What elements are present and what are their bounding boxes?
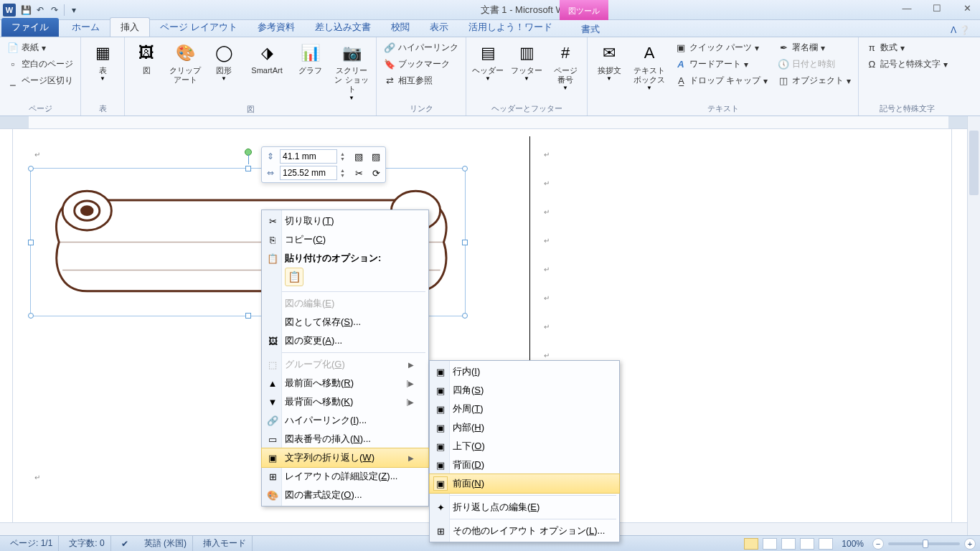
ctx-send-to-back[interactable]: ▼最背面へ移動(K)|▶ bbox=[262, 392, 428, 411]
resize-handle-w[interactable] bbox=[28, 240, 34, 245]
crossref-button[interactable]: ⇄相互参照 bbox=[381, 73, 461, 88]
chart-button[interactable]: 📊グラフ bbox=[293, 40, 327, 77]
tab-mailings[interactable]: 差し込み文書 bbox=[305, 18, 381, 37]
status-word-count[interactable]: 文字数: 0 bbox=[63, 536, 110, 551]
resize-handle-se[interactable] bbox=[462, 313, 468, 319]
header-button[interactable]: ▤ヘッダー▼ bbox=[471, 40, 505, 83]
tab-page-layout[interactable]: ページ レイアウト bbox=[150, 18, 248, 37]
horizontal-ruler[interactable] bbox=[0, 116, 980, 129]
qat-undo-icon[interactable]: ↶ bbox=[33, 3, 47, 17]
view-draft[interactable] bbox=[819, 538, 833, 550]
datetime-button[interactable]: 🕔日付と時刻 bbox=[775, 57, 854, 72]
status-language[interactable]: 英語 (米国) bbox=[138, 536, 193, 551]
resize-handle-nw[interactable] bbox=[28, 166, 34, 171]
ctx-cut[interactable]: ✂切り取り(T) bbox=[262, 212, 428, 230]
close-button[interactable]: ✕ bbox=[958, 3, 976, 14]
view-print-layout[interactable] bbox=[744, 538, 758, 550]
resize-handle-ne[interactable] bbox=[462, 166, 468, 171]
tab-home[interactable]: ホーム bbox=[62, 18, 110, 37]
signature-line-button[interactable]: ✒署名欄 ▾ bbox=[775, 40, 854, 55]
textbox-button[interactable]: Aテキスト ボックス▼ bbox=[631, 40, 668, 93]
tab-file[interactable]: ファイル bbox=[1, 18, 59, 37]
tab-format[interactable]: 書式 bbox=[571, 20, 610, 39]
tab-insert[interactable]: 挿入 bbox=[110, 17, 150, 37]
resize-handle-sw[interactable] bbox=[28, 313, 34, 319]
height-input[interactable] bbox=[280, 149, 337, 164]
greeting-button[interactable]: ✉挨拶文▼ bbox=[592, 40, 626, 83]
ctx-change-picture[interactable]: 🖼図の変更(A)... bbox=[262, 331, 428, 350]
zoom-in-button[interactable]: + bbox=[964, 538, 976, 550]
ctx-format-picture[interactable]: 🎨図の書式設定(O)... bbox=[262, 486, 428, 504]
ctx-bring-to-front[interactable]: ▲最前面へ移動(R)|▶ bbox=[262, 374, 428, 392]
zoom-out-button[interactable]: − bbox=[872, 538, 884, 550]
scrollbar-thumb[interactable] bbox=[969, 131, 979, 195]
ctx-copy[interactable]: ⎘コピー(C) bbox=[262, 230, 428, 249]
qat-save-icon[interactable]: 💾 bbox=[19, 3, 33, 17]
wrap-in-front-of-text[interactable]: ▣前面(N) bbox=[430, 474, 619, 493]
ctx-hyperlink[interactable]: 🔗ハイパーリンク(I)... bbox=[262, 411, 428, 430]
view-outline[interactable] bbox=[800, 538, 814, 550]
blank-page-button[interactable]: ▫空白のページ bbox=[4, 57, 76, 72]
wrap-square[interactable]: ▣四角(S) bbox=[430, 381, 619, 400]
picture-button[interactable]: 🖼図 bbox=[129, 40, 164, 77]
screenshot-button[interactable]: 📷スクリーン ショット▼ bbox=[331, 40, 372, 103]
height-spinner[interactable]: ▲▼ bbox=[340, 151, 349, 161]
dropcap-button[interactable]: A̲ドロップ キャップ ▾ bbox=[672, 73, 771, 88]
ctx-save-as-picture[interactable]: 図として保存(S)... bbox=[262, 313, 428, 331]
minimize-button[interactable]: — bbox=[898, 3, 915, 14]
wordart-button[interactable]: Aワードアート ▾ bbox=[672, 57, 771, 72]
zoom-percent[interactable]: 100% bbox=[842, 539, 864, 549]
resize-handle-n[interactable] bbox=[245, 166, 251, 171]
width-input[interactable] bbox=[280, 166, 337, 180]
wrap-edit-points[interactable]: ✦折り返し点の編集(E) bbox=[430, 498, 619, 517]
ctx-insert-caption[interactable]: ▭図表番号の挿入(N)... bbox=[262, 430, 428, 448]
ctx-more-layout-options[interactable]: ⊞レイアウトの詳細設定(Z)... bbox=[262, 467, 428, 486]
cover-page-button[interactable]: 📄表紙 ▾ bbox=[4, 40, 76, 55]
status-page[interactable]: ページ: 1/1 bbox=[4, 536, 59, 551]
quickparts-button[interactable]: ▣クイック パーツ ▾ bbox=[672, 40, 771, 55]
rotate-icon[interactable]: ⟳ bbox=[369, 166, 383, 180]
help-icon[interactable]: ❔ bbox=[959, 25, 970, 35]
footer-button[interactable]: ▥フッター▼ bbox=[509, 40, 544, 83]
maximize-button[interactable]: ☐ bbox=[928, 3, 946, 14]
resize-handle-e[interactable] bbox=[462, 240, 468, 245]
status-insert-mode[interactable]: 挿入モード bbox=[197, 536, 253, 551]
wrap-through[interactable]: ▣内部(H) bbox=[430, 418, 619, 437]
tab-review[interactable]: 校閲 bbox=[381, 18, 420, 37]
status-spellcheck-icon[interactable]: ✔ bbox=[116, 536, 134, 551]
wrap-inline[interactable]: ▣行内(I) bbox=[430, 362, 619, 381]
qat-customize-icon[interactable]: ▾ bbox=[67, 3, 81, 17]
object-button[interactable]: ◫オブジェクト ▾ bbox=[775, 73, 854, 88]
smartart-button[interactable]: ⬗SmartArt bbox=[245, 40, 288, 77]
tab-references[interactable]: 参考資料 bbox=[248, 18, 305, 37]
page-number-button[interactable]: #ページ 番号▼ bbox=[548, 40, 583, 93]
zoom-slider-knob[interactable] bbox=[923, 540, 928, 548]
tab-use[interactable]: 活用しよう！ワード bbox=[458, 18, 562, 37]
view-full-screen[interactable] bbox=[763, 538, 777, 550]
ctx-text-wrapping[interactable]: ▣文字列の折り返し(W)▶ bbox=[262, 448, 428, 467]
resize-handle-s[interactable] bbox=[245, 313, 251, 319]
qat-redo-icon[interactable]: ↷ bbox=[47, 3, 62, 17]
bring-forward-icon[interactable]: ▧ bbox=[352, 149, 366, 164]
tab-view[interactable]: 表示 bbox=[420, 18, 458, 37]
width-spinner[interactable]: ▲▼ bbox=[340, 168, 349, 178]
wrap-behind-text[interactable]: ▣背面(D) bbox=[430, 456, 619, 474]
shapes-button[interactable]: ◯図形▼ bbox=[207, 40, 241, 83]
vertical-scrollbar[interactable] bbox=[967, 116, 980, 535]
wrap-top-bottom[interactable]: ▣上下(O) bbox=[430, 437, 619, 456]
wrap-more-layout-options[interactable]: ⊞その他のレイアウト オプション(L)... bbox=[430, 522, 619, 540]
clipart-button[interactable]: 🎨クリップ アート bbox=[168, 40, 202, 86]
hyperlink-button[interactable]: 🔗ハイパーリンク bbox=[381, 40, 461, 55]
bookmark-button[interactable]: 🔖ブックマーク bbox=[381, 57, 461, 72]
minimize-ribbon-icon[interactable]: ᐱ bbox=[951, 25, 956, 35]
ribbon-help[interactable]: ᐱ❔ bbox=[946, 24, 974, 37]
symbol-button[interactable]: Ω記号と特殊文字 ▾ bbox=[863, 57, 951, 72]
table-button[interactable]: ▦表▼ bbox=[85, 40, 120, 83]
page-break-button[interactable]: ⎯ページ区切り bbox=[4, 73, 76, 88]
zoom-slider[interactable] bbox=[888, 542, 960, 545]
view-web-layout[interactable] bbox=[781, 538, 796, 550]
paste-option-keep-source[interactable]: 📋 bbox=[285, 268, 303, 286]
equation-button[interactable]: π数式 ▾ bbox=[863, 40, 951, 55]
wrap-tight[interactable]: ▣外周(T) bbox=[430, 400, 619, 418]
send-backward-icon[interactable]: ▨ bbox=[369, 149, 383, 164]
